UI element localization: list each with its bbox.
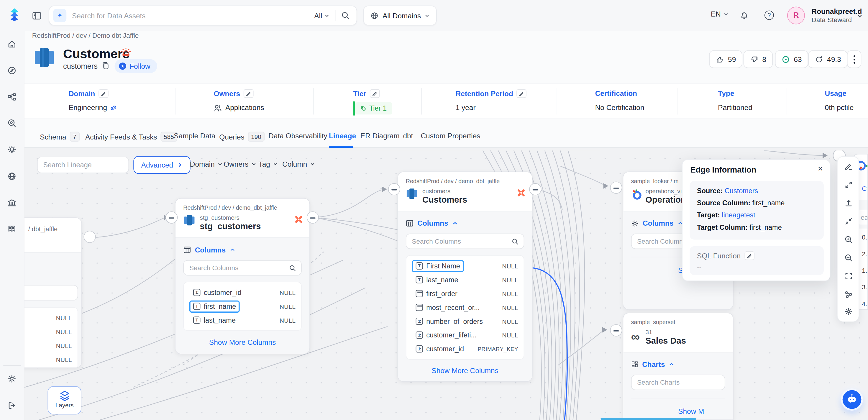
home-icon[interactable] — [7, 39, 17, 49]
close-icon[interactable] — [817, 165, 823, 173]
filter-domain-dropdown[interactable]: Domain — [190, 160, 222, 168]
language-dropdown[interactable]: EN — [711, 10, 728, 18]
chart-search-input[interactable] — [637, 379, 723, 386]
tier-label[interactable]: Tier — [353, 89, 379, 98]
show-more-columns-link[interactable]: Show More Columns — [406, 366, 524, 374]
column-search[interactable] — [183, 260, 302, 276]
lineage-node-superset-dashboard[interactable]: sample_superset ∞ 31 Sales Das Charts Sh… — [623, 313, 734, 420]
retention-label[interactable]: Retention Period — [456, 89, 526, 98]
tab-er-diagram[interactable]: ER Diagram — [361, 132, 400, 140]
show-more-link[interactable]: Show M — [631, 407, 725, 416]
breadcrumb[interactable]: RedshiftProd / dev / Demo dbt Jaffle — [32, 32, 138, 39]
alert-siren-icon[interactable] — [121, 47, 131, 58]
columns-section-toggle[interactable]: Columns — [406, 219, 524, 228]
freshness-button[interactable]: 49.3 — [808, 51, 848, 68]
all-domains-dropdown[interactable]: All Domains — [363, 6, 437, 26]
highlighted-column[interactable]: First Name — [412, 260, 464, 272]
global-search[interactable]: All — [49, 6, 357, 26]
zoom-in-icon[interactable] — [844, 235, 853, 244]
collapse-icon[interactable] — [844, 217, 853, 226]
node-name[interactable]: stg_customers — [200, 221, 310, 231]
tab-sample-data[interactable]: Sample Data — [174, 132, 215, 140]
source-link[interactable]: Customers — [725, 187, 758, 195]
tab-dbt[interactable]: dbt — [403, 132, 413, 140]
more-actions-kebab-icon[interactable] — [847, 51, 862, 68]
horizontal-scrollbar[interactable] — [600, 418, 696, 420]
node-collapse-handle[interactable] — [84, 231, 96, 243]
zoom-out-icon[interactable] — [844, 253, 853, 262]
node-collapse-handle[interactable] — [388, 183, 400, 195]
tab-schema[interactable]: Schema7 — [40, 132, 80, 142]
target-link[interactable]: lineagetest — [722, 211, 755, 219]
edit-pencil-icon[interactable] — [744, 251, 754, 260]
owners-label[interactable]: Owners — [214, 89, 253, 98]
global-search-input[interactable] — [72, 11, 309, 20]
edit-pencil-icon[interactable] — [370, 89, 380, 98]
table-row[interactable]: most_recent_or...NULL — [406, 301, 524, 314]
lineage-node-stg-customers[interactable]: RedshiftProd / dev / demo_dbt_jaffle stg… — [175, 198, 310, 354]
workflows-icon[interactable] — [7, 92, 17, 102]
table-row[interactable]: first_nameNULL — [184, 299, 301, 313]
advanced-filters-button[interactable]: Advanced — [133, 156, 190, 174]
atlan-logo[interactable] — [7, 7, 23, 23]
process-x-icon[interactable] — [294, 215, 303, 223]
user-menu-chevron-icon[interactable] — [857, 13, 862, 19]
lineage-search-input[interactable] — [43, 161, 132, 169]
domain-label[interactable]: Domain — [69, 89, 108, 98]
expand-diagonal-icon[interactable] — [844, 181, 853, 189]
filter-owners-dropdown[interactable]: Owners — [223, 160, 256, 168]
help-icon[interactable] — [765, 11, 774, 20]
table-row[interactable]: number_of_ordersNULL — [406, 314, 524, 328]
filter-column-dropdown[interactable]: Column — [282, 160, 315, 168]
tab-activity-feeds[interactable]: Activity Feeds & Tasks585 — [85, 132, 177, 142]
table-row[interactable]: last_nameNULL — [406, 273, 524, 287]
lineage-search-select[interactable] — [37, 157, 129, 173]
show-more-columns-link[interactable]: Show More Columns — [183, 338, 302, 346]
column-search[interactable] — [406, 234, 524, 249]
globe-icon[interactable] — [7, 172, 17, 181]
node-collapse-handle[interactable] — [610, 181, 622, 193]
node-name[interactable]: Customers — [422, 195, 532, 205]
avatar[interactable]: R — [787, 7, 805, 25]
share-graph-icon[interactable] — [844, 290, 853, 299]
tab-lineage[interactable]: Lineage — [329, 132, 356, 140]
usage-label[interactable]: Usage — [825, 89, 846, 97]
column-search-input[interactable] — [412, 237, 512, 245]
table-row[interactable]: first_orderNULL — [406, 287, 524, 301]
lineage-node-customers[interactable]: RedshiftProd / dev / demo_dbt_jaffle cus… — [398, 172, 533, 382]
notifications-bell-icon[interactable] — [740, 11, 749, 20]
domain-value[interactable]: Engineering — [69, 103, 117, 112]
table-row[interactable]: First NameNULL — [406, 259, 524, 273]
ai-sparkle-icon[interactable] — [53, 9, 66, 22]
fullscreen-icon[interactable] — [844, 272, 853, 280]
search-scope-dropdown[interactable]: All — [309, 10, 335, 21]
chart-search[interactable] — [631, 374, 725, 390]
certification-label[interactable]: Certification — [595, 89, 637, 97]
impact-button[interactable]: 63 — [775, 51, 808, 68]
copy-icon[interactable] — [101, 61, 110, 70]
search-icon[interactable] — [341, 11, 350, 20]
type-label[interactable]: Type — [718, 89, 734, 97]
layers-button[interactable]: Layers — [48, 386, 81, 415]
settings-gear-icon[interactable] — [7, 374, 17, 384]
node-collapse-handle[interactable] — [165, 211, 178, 223]
sidebar-toggle-icon[interactable] — [32, 11, 41, 21]
governance-bank-icon[interactable] — [7, 198, 17, 208]
compass-icon[interactable] — [7, 66, 17, 75]
tab-custom-properties[interactable]: Custom Properties — [421, 132, 480, 140]
columns-section-toggle[interactable]: Columns — [183, 246, 302, 254]
node-collapse-handle[interactable] — [610, 324, 622, 336]
edit-pencil-icon[interactable] — [517, 89, 526, 98]
chatbot-button[interactable] — [841, 388, 863, 411]
column-search-input[interactable] — [189, 264, 289, 272]
node-collapse-handle[interactable] — [307, 211, 319, 223]
export-upload-icon[interactable] — [844, 199, 853, 208]
process-x-icon[interactable] — [517, 189, 525, 197]
table-row[interactable]: customer_lifeti...NULL — [406, 328, 524, 342]
node-collapse-handle[interactable] — [529, 183, 541, 195]
glossary-book-icon[interactable] — [7, 224, 17, 234]
dislikes-button[interactable]: 8 — [744, 51, 773, 68]
tab-data-observability[interactable]: Data Observability — [269, 132, 327, 140]
table-row[interactable]: customer_idPRIMARY_KEY — [406, 342, 524, 356]
node-name[interactable]: Sales Das — [645, 336, 733, 346]
